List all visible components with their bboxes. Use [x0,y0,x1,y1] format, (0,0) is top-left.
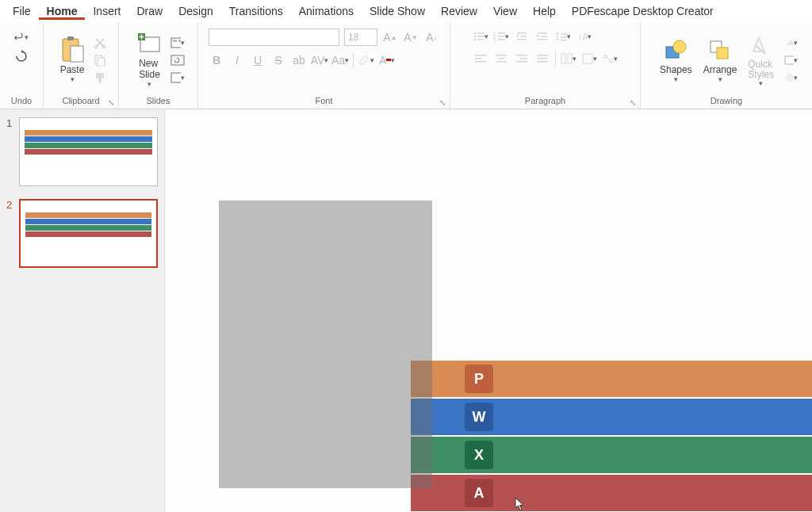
svg-rect-23 [498,32,505,34]
svg-rect-25 [498,36,505,37]
word-icon: W [465,403,493,431]
menu-home[interactable]: Home [39,3,86,20]
font-size-value: 18 [348,32,358,43]
arrange-icon [707,37,733,63]
underline-button[interactable]: U [250,52,266,68]
smartart-button[interactable]: ▾ [602,51,618,67]
reset-button[interactable] [170,53,185,67]
layout-button[interactable]: ▾ [170,36,185,50]
menu-file[interactable]: File [5,3,39,19]
justify-button[interactable] [534,51,550,67]
section-button[interactable]: ▾ [170,71,185,85]
thumbnail-1[interactable]: 1 [6,117,158,186]
redo-button[interactable] [14,49,29,63]
svg-rect-40 [475,61,486,63]
svg-rect-8 [98,78,102,83]
font-size-combo[interactable]: 18 [344,29,377,46]
svg-rect-11 [171,38,181,48]
line-spacing-button[interactable]: ▾ [555,29,571,44]
numbering-button[interactable]: 123▾ [493,29,509,44]
quick-styles-button[interactable]: Quick Styles▾ [743,32,779,87]
group-label-drawing: Drawing [645,94,807,107]
align-left-button[interactable] [473,51,488,67]
clipboard-dialog-launcher[interactable]: ⤡ [108,98,116,106]
font-family-combo[interactable] [209,29,339,46]
thumb-preview [19,199,158,268]
group-drawing: Shapes▾ Arrange▾ Quick Styles▾ ▾ ▾ ▾ Dra… [641,22,812,109]
align-text-button[interactable]: ▾ [581,51,597,67]
bold-button[interactable]: B [209,52,224,68]
svg-text:3: 3 [493,37,496,42]
svg-rect-33 [538,39,547,40]
svg-rect-31 [538,32,547,34]
svg-rect-35 [561,36,567,38]
menu-review[interactable]: Review [433,3,485,19]
menu-slideshow[interactable]: Slide Show [362,3,433,19]
svg-rect-34 [561,33,567,35]
thumb-number: 2 [6,199,19,268]
menu-pdfescape[interactable]: PDFescape Desktop Creator [564,3,722,19]
align-center-button[interactable] [493,51,509,67]
excel-icon: X [465,441,493,469]
char-spacing-button[interactable]: AV▾ [312,52,327,68]
new-slide-icon [137,32,163,57]
ribbon: ▾ Undo Paste ▾ Clipboard ⤡ [0,22,812,109]
menu-design[interactable]: Design [170,3,221,19]
font-color-button[interactable]: A▾ [379,52,395,68]
thumb-preview [19,117,158,186]
change-case-button[interactable]: Aa▾ [332,52,348,68]
svg-point-20 [474,39,476,40]
group-undo: ▾ Undo [0,22,44,109]
svg-rect-6 [98,58,105,67]
svg-point-54 [610,59,613,63]
svg-rect-39 [475,58,482,59]
menu-animations[interactable]: Animations [291,3,362,19]
increase-font-button[interactable]: A▲ [382,29,398,45]
slide-thumbnail-panel: 1 2 [0,109,165,512]
italic-button[interactable]: I [229,52,245,68]
increase-indent-button[interactable] [534,29,550,44]
shape-fill-button[interactable]: ▾ [783,36,798,50]
format-painter-button[interactable] [93,71,107,85]
thumbnail-2[interactable]: 2 [6,199,158,268]
decrease-font-button[interactable]: A▼ [403,29,419,45]
shape-outline-button[interactable]: ▾ [783,53,798,67]
menu-insert[interactable]: Insert [85,3,128,19]
decrease-indent-button[interactable] [514,29,530,44]
menu-help[interactable]: Help [525,3,564,19]
new-slide-button[interactable]: New Slide ▾ [132,32,167,87]
separator [353,52,354,68]
paste-button[interactable]: Paste ▾ [55,37,90,83]
svg-rect-38 [475,55,486,56]
group-label-paragraph: Paragraph [455,94,635,107]
svg-rect-12 [173,40,177,42]
shapes-icon [663,37,688,63]
highlight-button[interactable]: ▾ [358,52,374,68]
menu-draw[interactable]: Draw [128,3,170,19]
svg-rect-43 [496,61,507,63]
drag-overlay-rectangle[interactable] [219,201,432,488]
font-dialog-launcher[interactable]: ⤡ [439,98,447,106]
shapes-button[interactable]: Shapes▾ [655,37,697,83]
menu-view[interactable]: View [485,3,525,19]
shape-effects-button[interactable]: ▾ [783,71,798,85]
cut-button[interactable] [93,36,107,50]
arrange-button[interactable]: Arrange▾ [699,37,742,83]
clear-format-button[interactable]: Aₓ [423,29,439,45]
group-label-font: Font [203,94,445,107]
paragraph-dialog-launcher[interactable]: ⤡ [630,98,638,106]
strike-button[interactable]: S [270,52,286,68]
menu-transitions[interactable]: Transitions [221,3,291,19]
svg-rect-7 [96,73,104,78]
copy-button[interactable] [93,53,107,67]
bullets-button[interactable]: ▾ [473,29,488,44]
columns-button[interactable]: ▾ [561,51,576,67]
text-direction-button[interactable]: ↕A▾ [576,29,592,44]
group-slides: New Slide ▾ ▾ ▾ Slides [119,22,198,109]
svg-point-53 [603,55,607,58]
undo-button[interactable]: ▾ [14,30,29,44]
shadow-button[interactable]: ab [291,52,307,68]
align-right-button[interactable] [514,51,530,67]
svg-rect-50 [561,54,565,63]
group-label-undo: Undo [5,94,38,107]
